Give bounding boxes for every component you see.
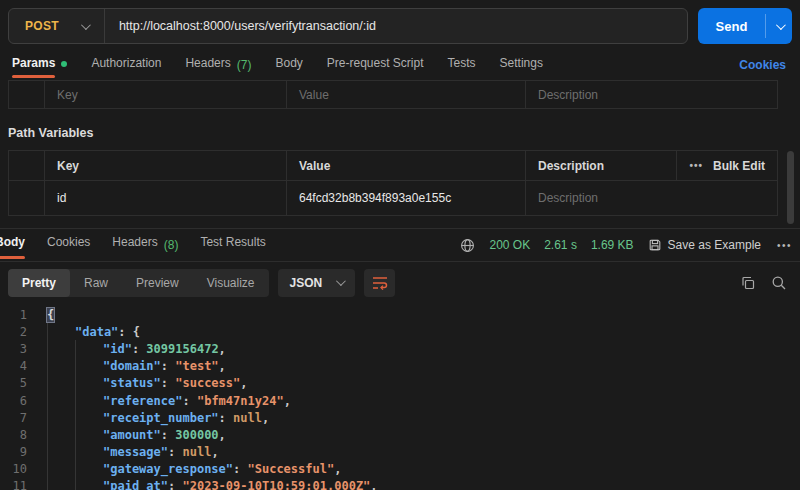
url-input[interactable]: http://localhost:8000/users/verifytransa… [105, 19, 390, 33]
code-line: 4"domain": "test", [0, 358, 800, 375]
response-size: 1.69 KB [591, 238, 634, 252]
save-icon [648, 238, 662, 252]
code-text: "receipt_number": null, [30, 411, 800, 425]
request-url-bar: POST http://localhost:8000/users/verifyt… [0, 0, 800, 44]
path-variables-table: Key Value Description ••• Bulk Edit id 6… [8, 150, 778, 216]
wrap-lines-button[interactable] [364, 269, 395, 297]
params-active-dot-icon [61, 61, 67, 67]
view-tab-pretty[interactable]: Pretty [8, 269, 70, 297]
view-tab-preview[interactable]: Preview [122, 269, 193, 297]
tab-pre-request-script[interactable]: Pre-request Script [327, 50, 424, 80]
value-cell[interactable]: Value [287, 81, 526, 108]
code-line: 6"reference": "bfm47n1y24", [0, 392, 800, 409]
bulk-edit-button[interactable]: Bulk Edit [713, 159, 765, 173]
code-line: 2"data": { [0, 323, 800, 340]
line-number: 11 [0, 479, 30, 490]
postman-request-window: POST http://localhost:8000/users/verifyt… [0, 0, 800, 490]
response-tab-test-results[interactable]: Test Results [200, 229, 265, 261]
key-cell[interactable]: id [45, 181, 287, 215]
tab-body[interactable]: Body [275, 50, 302, 80]
globe-icon[interactable] [460, 238, 475, 253]
code-line: 1{ [0, 306, 800, 323]
line-number: 9 [0, 445, 30, 459]
tab-params[interactable]: Params [12, 50, 67, 80]
more-options-icon[interactable]: ••• [689, 160, 703, 171]
table-row: id 64fcd32b8b394f893a0e155c Description [9, 181, 777, 215]
path-variables-title: Path Variables [8, 126, 792, 140]
response-toolbar: Pretty Raw Preview Visualize JSON [0, 262, 800, 303]
line-number: 2 [0, 325, 30, 339]
code-text: "data": { [30, 325, 800, 339]
send-button-label[interactable]: Send [698, 8, 765, 44]
code-text: "amount": 300000, [30, 428, 800, 442]
tab-authorization[interactable]: Authorization [91, 50, 161, 80]
code-line: 11"paid_at": "2023-09-10T10:59:01.000Z", [0, 478, 800, 490]
header-select-cell [9, 151, 45, 180]
code-lines: 1{2"data": {3"id": 3099156472,4"domain":… [0, 306, 800, 490]
save-as-example-label: Save as Example [668, 238, 761, 252]
code-text: "message": null, [30, 445, 800, 459]
description-cell[interactable]: Description [526, 81, 777, 108]
row-select-cell[interactable] [9, 181, 45, 215]
code-text: "id": 3099156472, [30, 342, 800, 356]
header-description-cell: Description ••• Bulk Edit [526, 151, 777, 180]
format-selected-label: JSON [290, 276, 323, 290]
url-box: POST http://localhost:8000/users/verifyt… [8, 8, 688, 44]
code-text: "domain": "test", [30, 359, 800, 373]
view-tab-visualize[interactable]: Visualize [193, 269, 269, 297]
response-view-switcher: Pretty Raw Preview Visualize [8, 269, 269, 297]
response-tab-body[interactable]: Body [0, 229, 25, 261]
code-line: 8"amount": 300000, [0, 426, 800, 443]
key-cell[interactable]: Key [45, 81, 287, 108]
response-tabs: Body Cookies Headers (8) Test Results [0, 229, 266, 261]
response-more-options-icon[interactable]: ••• [777, 240, 792, 251]
code-text: "reference": "bfm47n1y24", [30, 394, 800, 408]
scrollbar-thumb[interactable] [787, 151, 794, 224]
wrap-lines-icon [372, 276, 388, 290]
tab-tests[interactable]: Tests [448, 50, 476, 80]
code-line: 9"message": null, [0, 444, 800, 461]
save-as-example-button[interactable]: Save as Example [648, 238, 761, 252]
row-select-cell[interactable] [9, 81, 45, 108]
request-tabs: Params Authorization Headers (7) Body Pr… [0, 50, 800, 80]
code-line: 7"receipt_number": null, [0, 409, 800, 426]
header-value: Value [287, 151, 526, 180]
response-meta: 200 OK 2.61 s 1.69 KB Save as Example ••… [460, 238, 792, 253]
search-button[interactable] [768, 272, 790, 294]
description-cell[interactable]: Description [526, 181, 777, 215]
search-icon [771, 275, 787, 291]
code-line: 3"id": 3099156472, [0, 340, 800, 357]
view-tab-raw[interactable]: Raw [70, 269, 122, 297]
send-button[interactable]: Send [698, 8, 792, 44]
response-tab-cookies[interactable]: Cookies [47, 229, 90, 261]
cookies-link[interactable]: Cookies [739, 58, 786, 72]
table-header-row: Key Value Description ••• Bulk Edit [9, 151, 777, 181]
code-text: { [30, 308, 800, 322]
chevron-down-icon [336, 276, 346, 286]
chevron-down-icon [775, 20, 785, 30]
line-number: 3 [0, 342, 30, 356]
header-description: Description [526, 159, 676, 173]
response-headers-count-badge: (8) [164, 238, 179, 252]
tab-settings[interactable]: Settings [500, 50, 543, 80]
response-header: Body Cookies Headers (8) Test Results 20… [0, 229, 800, 262]
format-dropdown[interactable]: JSON [278, 269, 356, 297]
code-line: 5"status": "success", [0, 375, 800, 392]
tab-headers[interactable]: Headers (7) [185, 50, 251, 80]
response-time: 2.61 s [544, 238, 577, 252]
query-params-table: Key Value Description [8, 80, 778, 109]
response-body-editor: 1{2"data": {3"id": 3099156472,4"domain":… [0, 303, 800, 490]
method-selector[interactable]: POST [9, 9, 104, 43]
copy-button[interactable] [737, 272, 759, 294]
method-label: POST [25, 19, 59, 33]
status-badge: 200 OK [489, 238, 530, 252]
send-options-button[interactable] [766, 8, 792, 44]
response-tab-headers[interactable]: Headers (8) [112, 229, 178, 261]
chevron-down-icon [81, 20, 91, 30]
value-cell[interactable]: 64fcd32b8b394f893a0e155c [287, 181, 526, 215]
header-key: Key [45, 151, 287, 180]
line-number: 4 [0, 359, 30, 373]
headers-count-badge: (7) [237, 58, 252, 72]
code-text: "status": "success", [30, 376, 800, 390]
line-number: 10 [0, 462, 30, 476]
